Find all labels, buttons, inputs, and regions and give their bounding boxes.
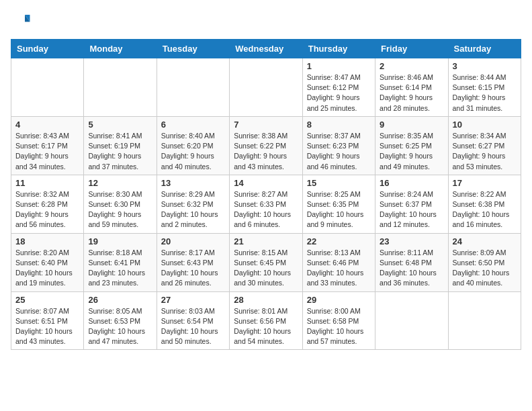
day-number: 13 xyxy=(161,178,225,188)
calendar-cell: 26Sunrise: 8:05 AM Sunset: 6:53 PM Dayli… xyxy=(84,291,157,350)
day-number: 23 xyxy=(380,236,443,246)
day-info: Sunrise: 8:03 AM Sunset: 6:54 PM Dayligh… xyxy=(161,306,225,347)
calendar-table: SundayMondayTuesdayWednesdayThursdayFrid… xyxy=(11,39,521,350)
day-number: 3 xyxy=(453,61,517,71)
calendar-cell xyxy=(448,291,521,350)
day-number: 6 xyxy=(161,120,225,130)
calendar-cell: 6Sunrise: 8:40 AM Sunset: 6:20 PM Daylig… xyxy=(157,116,229,175)
day-number: 5 xyxy=(88,120,152,130)
page-header xyxy=(11,11,521,31)
weekday-header-monday: Monday xyxy=(84,40,157,58)
day-info: Sunrise: 8:18 AM Sunset: 6:41 PM Dayligh… xyxy=(88,248,152,289)
day-info: Sunrise: 8:17 AM Sunset: 6:43 PM Dayligh… xyxy=(161,248,225,289)
day-number: 29 xyxy=(307,295,371,305)
day-info: Sunrise: 8:00 AM Sunset: 6:58 PM Dayligh… xyxy=(307,306,371,347)
day-info: Sunrise: 8:30 AM Sunset: 6:30 PM Dayligh… xyxy=(88,189,152,230)
day-info: Sunrise: 8:13 AM Sunset: 6:46 PM Dayligh… xyxy=(307,248,371,289)
weekday-header-saturday: Saturday xyxy=(448,40,521,58)
weekday-header-wednesday: Wednesday xyxy=(230,40,302,58)
day-number: 12 xyxy=(88,178,152,188)
day-number: 20 xyxy=(161,236,225,246)
calendar-cell: 10Sunrise: 8:34 AM Sunset: 6:27 PM Dayli… xyxy=(448,116,521,175)
calendar-cell: 12Sunrise: 8:30 AM Sunset: 6:30 PM Dayli… xyxy=(84,175,157,233)
calendar-week-3: 11Sunrise: 8:32 AM Sunset: 6:28 PM Dayli… xyxy=(11,175,521,233)
calendar-cell: 28Sunrise: 8:01 AM Sunset: 6:56 PM Dayli… xyxy=(230,291,302,350)
calendar-week-4: 18Sunrise: 8:20 AM Sunset: 6:40 PM Dayli… xyxy=(11,233,521,291)
day-number: 27 xyxy=(161,295,225,305)
logo-icon xyxy=(11,11,31,31)
calendar-cell xyxy=(375,291,448,350)
calendar-cell: 15Sunrise: 8:25 AM Sunset: 6:35 PM Dayli… xyxy=(302,175,375,233)
calendar-cell: 1Sunrise: 8:47 AM Sunset: 6:12 PM Daylig… xyxy=(302,58,375,117)
calendar-cell: 29Sunrise: 8:00 AM Sunset: 6:58 PM Dayli… xyxy=(302,291,375,350)
calendar-cell: 18Sunrise: 8:20 AM Sunset: 6:40 PM Dayli… xyxy=(11,233,84,291)
day-info: Sunrise: 8:46 AM Sunset: 6:14 PM Dayligh… xyxy=(380,73,443,113)
day-info: Sunrise: 8:41 AM Sunset: 6:19 PM Dayligh… xyxy=(88,131,152,172)
day-number: 25 xyxy=(15,295,79,305)
day-info: Sunrise: 8:47 AM Sunset: 6:12 PM Dayligh… xyxy=(307,73,371,113)
day-info: Sunrise: 8:25 AM Sunset: 6:35 PM Dayligh… xyxy=(307,189,371,230)
day-number: 19 xyxy=(88,236,152,246)
day-number: 11 xyxy=(15,178,79,188)
day-number: 28 xyxy=(234,295,298,305)
calendar-cell: 13Sunrise: 8:29 AM Sunset: 6:32 PM Dayli… xyxy=(157,175,229,233)
calendar-cell: 19Sunrise: 8:18 AM Sunset: 6:41 PM Dayli… xyxy=(84,233,157,291)
day-number: 1 xyxy=(307,61,371,71)
day-number: 15 xyxy=(307,178,371,188)
weekday-header-thursday: Thursday xyxy=(302,40,375,58)
day-info: Sunrise: 8:01 AM Sunset: 6:56 PM Dayligh… xyxy=(234,306,298,347)
day-number: 8 xyxy=(307,120,371,130)
calendar-cell: 9Sunrise: 8:35 AM Sunset: 6:25 PM Daylig… xyxy=(375,116,448,175)
day-info: Sunrise: 8:35 AM Sunset: 6:25 PM Dayligh… xyxy=(380,131,443,172)
day-info: Sunrise: 8:29 AM Sunset: 6:32 PM Dayligh… xyxy=(161,189,225,230)
calendar-body: 1Sunrise: 8:47 AM Sunset: 6:12 PM Daylig… xyxy=(11,58,521,350)
weekday-header-tuesday: Tuesday xyxy=(157,40,229,58)
calendar-cell: 7Sunrise: 8:38 AM Sunset: 6:22 PM Daylig… xyxy=(230,116,302,175)
day-number: 4 xyxy=(15,120,79,130)
day-info: Sunrise: 8:24 AM Sunset: 6:37 PM Dayligh… xyxy=(380,189,443,230)
calendar-cell: 8Sunrise: 8:37 AM Sunset: 6:23 PM Daylig… xyxy=(302,116,375,175)
calendar-cell: 20Sunrise: 8:17 AM Sunset: 6:43 PM Dayli… xyxy=(157,233,229,291)
day-info: Sunrise: 8:37 AM Sunset: 6:23 PM Dayligh… xyxy=(307,131,371,172)
calendar-cell: 4Sunrise: 8:43 AM Sunset: 6:17 PM Daylig… xyxy=(11,116,84,175)
calendar-cell: 5Sunrise: 8:41 AM Sunset: 6:19 PM Daylig… xyxy=(84,116,157,175)
calendar-week-1: 1Sunrise: 8:47 AM Sunset: 6:12 PM Daylig… xyxy=(11,58,521,117)
weekday-header-row: SundayMondayTuesdayWednesdayThursdayFrid… xyxy=(11,40,521,58)
day-info: Sunrise: 8:32 AM Sunset: 6:28 PM Dayligh… xyxy=(15,189,79,230)
day-number: 22 xyxy=(307,236,371,246)
day-info: Sunrise: 8:40 AM Sunset: 6:20 PM Dayligh… xyxy=(161,131,225,172)
day-number: 24 xyxy=(453,236,517,246)
day-number: 7 xyxy=(234,120,298,130)
calendar-cell: 25Sunrise: 8:07 AM Sunset: 6:51 PM Dayli… xyxy=(11,291,84,350)
day-number: 21 xyxy=(234,236,298,246)
calendar-cell: 11Sunrise: 8:32 AM Sunset: 6:28 PM Dayli… xyxy=(11,175,84,233)
calendar-cell: 16Sunrise: 8:24 AM Sunset: 6:37 PM Dayli… xyxy=(375,175,448,233)
calendar-cell: 24Sunrise: 8:09 AM Sunset: 6:50 PM Dayli… xyxy=(448,233,521,291)
calendar-cell xyxy=(157,58,229,117)
day-info: Sunrise: 8:44 AM Sunset: 6:15 PM Dayligh… xyxy=(453,73,517,113)
calendar-cell: 14Sunrise: 8:27 AM Sunset: 6:33 PM Dayli… xyxy=(230,175,302,233)
day-number: 2 xyxy=(380,61,443,71)
logo xyxy=(11,11,34,31)
day-number: 17 xyxy=(453,178,517,188)
day-info: Sunrise: 8:05 AM Sunset: 6:53 PM Dayligh… xyxy=(88,306,152,347)
calendar-cell: 2Sunrise: 8:46 AM Sunset: 6:14 PM Daylig… xyxy=(375,58,448,117)
calendar-week-2: 4Sunrise: 8:43 AM Sunset: 6:17 PM Daylig… xyxy=(11,116,521,175)
day-info: Sunrise: 8:34 AM Sunset: 6:27 PM Dayligh… xyxy=(453,131,517,172)
day-info: Sunrise: 8:43 AM Sunset: 6:17 PM Dayligh… xyxy=(15,131,79,172)
calendar-cell xyxy=(11,58,84,117)
day-number: 16 xyxy=(380,178,443,188)
day-number: 18 xyxy=(15,236,79,246)
calendar-cell: 21Sunrise: 8:15 AM Sunset: 6:45 PM Dayli… xyxy=(230,233,302,291)
day-info: Sunrise: 8:27 AM Sunset: 6:33 PM Dayligh… xyxy=(234,189,298,230)
day-info: Sunrise: 8:15 AM Sunset: 6:45 PM Dayligh… xyxy=(234,248,298,289)
day-info: Sunrise: 8:22 AM Sunset: 6:38 PM Dayligh… xyxy=(453,189,517,230)
calendar-cell xyxy=(84,58,157,117)
day-info: Sunrise: 8:38 AM Sunset: 6:22 PM Dayligh… xyxy=(234,131,298,172)
calendar-cell: 17Sunrise: 8:22 AM Sunset: 6:38 PM Dayli… xyxy=(448,175,521,233)
day-info: Sunrise: 8:11 AM Sunset: 6:48 PM Dayligh… xyxy=(380,248,443,289)
day-number: 26 xyxy=(88,295,152,305)
day-info: Sunrise: 8:20 AM Sunset: 6:40 PM Dayligh… xyxy=(15,248,79,289)
calendar-cell: 3Sunrise: 8:44 AM Sunset: 6:15 PM Daylig… xyxy=(448,58,521,117)
calendar-cell xyxy=(230,58,302,117)
